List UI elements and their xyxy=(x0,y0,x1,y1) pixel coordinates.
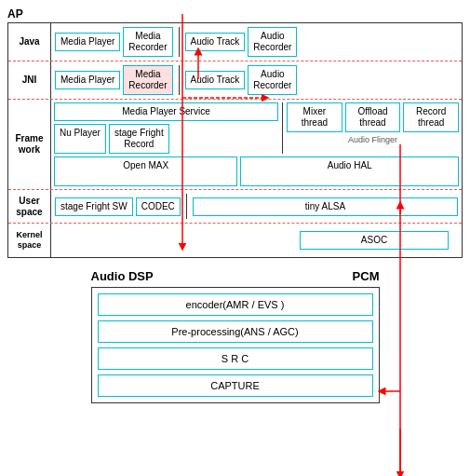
java-audio-track: Audio Track xyxy=(185,33,246,51)
jni-audio-track: Audio Track xyxy=(185,71,246,89)
framework-label: Frame work xyxy=(8,100,51,189)
lower-box: encoder(AMR / EVS ) Pre-processing(ANS /… xyxy=(91,287,380,403)
stage-sw: stage Fright SW xyxy=(55,197,133,216)
framework-content: Media Player Service Nu Player stage Fri… xyxy=(51,100,462,189)
user-divider xyxy=(186,194,187,219)
ap-box: Java Media Player Media Recorder Audio T… xyxy=(7,22,463,258)
userspace-label: User space xyxy=(8,190,51,223)
ap-label: AP xyxy=(7,7,463,20)
framework-row: Frame work Media Player Service Nu Playe… xyxy=(8,100,462,190)
fw-divider xyxy=(282,102,283,154)
jni-row: JNI Media Player Media Recorder Audio Tr… xyxy=(8,61,462,100)
java-media-player: Media Player xyxy=(55,33,120,51)
asoc: ASOC xyxy=(300,231,449,250)
codec: CODEC xyxy=(136,197,181,216)
java-label: Java xyxy=(8,23,51,61)
offload-thread: Offload thread xyxy=(345,102,401,132)
java-content: Media Player Media Recorder Audio Track … xyxy=(51,23,462,61)
record-thread: Record thread xyxy=(403,102,459,132)
nu-player: Nu Player xyxy=(54,124,106,154)
audio-dsp-label: Audio DSP xyxy=(91,269,154,283)
jni-divider xyxy=(179,65,180,95)
jni-audio-recorder: Audio Recorder xyxy=(248,65,297,95)
java-row: Java Media Player Media Recorder Audio T… xyxy=(8,23,462,61)
kernel-content: ASOC xyxy=(51,224,462,257)
jni-media-recorder: Media Recorder xyxy=(123,65,172,95)
stage-fright: stage Fright Record xyxy=(109,124,169,154)
tiny-alsa: tiny ALSA xyxy=(193,197,458,216)
java-media-recorder: Media Recorder xyxy=(123,27,172,57)
kernel-label: Kernel space xyxy=(8,224,51,257)
lower-header: Audio DSP PCM xyxy=(91,269,380,283)
fw-right: Mixer thread Offload thread Record threa… xyxy=(287,102,459,154)
audio-flinger-label: Audio Flinger xyxy=(287,135,459,144)
diagram-container: AP Java Media Player Media Recorder Audi… xyxy=(0,0,470,411)
fw-bottom: Open MAX Audio HAL xyxy=(54,156,459,186)
mixer-thread: Mixer thread xyxy=(287,102,342,132)
src-comp: S R C xyxy=(98,347,373,370)
lower-section: Audio DSP PCM encoder(AMR / EVS ) Pre-pr… xyxy=(7,269,463,403)
preprocessing-comp: Pre-processing(ANS / AGC) xyxy=(98,320,373,343)
jni-label: JNI xyxy=(8,61,51,99)
fw-left: Media Player Service Nu Player stage Fri… xyxy=(54,102,278,154)
media-player-service: Media Player Service xyxy=(54,102,278,121)
jni-content: Media Player Media Recorder Audio Track … xyxy=(51,61,462,99)
java-audio-recorder: Audio Recorder xyxy=(248,27,297,57)
encoder-comp: encoder(AMR / EVS ) xyxy=(98,293,373,316)
fw-right-top: Mixer thread Offload thread Record threa… xyxy=(287,102,459,132)
open-max: Open MAX xyxy=(54,156,237,186)
fw-left-bottom: Nu Player stage Fright Record xyxy=(54,124,278,154)
kernel-row: Kernel space ASOC xyxy=(8,224,462,257)
java-divider xyxy=(179,27,180,57)
userspace-row: User space stage Fright SW CODEC tiny AL… xyxy=(8,190,462,224)
userspace-content: stage Fright SW CODEC tiny ALSA xyxy=(51,190,462,223)
pcm-label: PCM xyxy=(353,269,380,283)
capture-comp: CAPTURE xyxy=(98,374,373,397)
jni-media-player: Media Player xyxy=(55,71,120,89)
audio-hal: Audio HAL xyxy=(240,156,459,186)
